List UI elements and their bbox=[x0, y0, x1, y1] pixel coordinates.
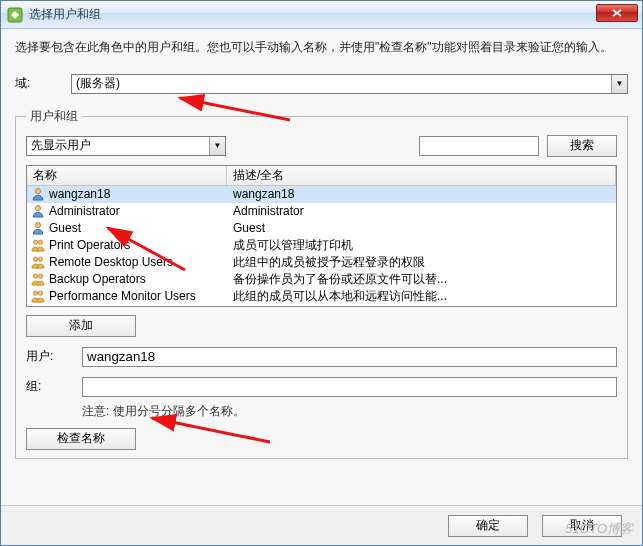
search-button[interactable]: 搜索 bbox=[547, 135, 617, 157]
svg-point-1 bbox=[35, 189, 40, 194]
chevron-down-icon: ▼ bbox=[611, 75, 627, 93]
instruction-text: 选择要包含在此角色中的用户和组。您也可以手动输入名称，并使用"检查名称"功能对照… bbox=[15, 39, 628, 56]
row-desc: Guest bbox=[227, 221, 616, 235]
filter-combo[interactable]: 先显示用户 ▼ bbox=[26, 136, 226, 156]
filter-row: 先显示用户 ▼ 搜索 bbox=[26, 135, 617, 157]
window-title: 选择用户和组 bbox=[29, 6, 101, 23]
row-desc: Administrator bbox=[227, 204, 616, 218]
group-icon bbox=[29, 289, 47, 303]
group-icon bbox=[29, 255, 47, 269]
search-input[interactable] bbox=[419, 136, 539, 156]
group-icon bbox=[29, 272, 47, 286]
svg-point-10 bbox=[33, 291, 37, 295]
users-label: 用户: bbox=[26, 348, 82, 365]
filter-value: 先显示用户 bbox=[31, 137, 91, 154]
row-desc: 此组中的成员被授予远程登录的权限 bbox=[227, 254, 616, 271]
svg-point-3 bbox=[35, 223, 40, 228]
row-name: Performance Monitor Users bbox=[47, 289, 227, 303]
row-name: Remote Desktop Users bbox=[47, 255, 227, 269]
titlebar: 选择用户和组 bbox=[1, 1, 642, 29]
user-icon bbox=[29, 221, 47, 235]
app-icon bbox=[7, 7, 23, 23]
svg-point-4 bbox=[33, 240, 37, 244]
check-row: 检查名称 bbox=[26, 428, 617, 450]
chevron-down-icon: ▼ bbox=[209, 137, 225, 155]
row-name: Administrator bbox=[47, 204, 227, 218]
svg-point-2 bbox=[35, 206, 40, 211]
add-button[interactable]: 添加 bbox=[26, 315, 136, 337]
users-groups-fieldset: 用户和组 先显示用户 ▼ 搜索 名称 描述/全名 wangzan18wangza… bbox=[15, 108, 628, 459]
table-row[interactable]: Performance Monitor Users此组的成员可以从本地和远程访问… bbox=[27, 288, 616, 305]
row-desc: 备份操作员为了备份或还原文件可以替... bbox=[227, 271, 616, 288]
svg-point-7 bbox=[38, 257, 42, 261]
users-selected-row: 用户: bbox=[26, 347, 617, 367]
row-desc: 成员可以管理域打印机 bbox=[227, 237, 616, 254]
table-row[interactable]: Remote Desktop Users此组中的成员被授予远程登录的权限 bbox=[27, 254, 616, 271]
domain-label: 域: bbox=[15, 75, 71, 92]
row-name: Print Operators bbox=[47, 238, 227, 252]
row-desc: wangzan18 bbox=[227, 187, 616, 201]
table-row[interactable]: Backup Operators备份操作员为了备份或还原文件可以替... bbox=[27, 271, 616, 288]
list-body[interactable]: wangzan18wangzan18AdministratorAdministr… bbox=[27, 186, 616, 307]
col-name[interactable]: 名称 bbox=[27, 166, 227, 185]
svg-point-9 bbox=[38, 274, 42, 278]
table-row[interactable]: GuestGuest bbox=[27, 220, 616, 237]
row-desc: 此组的成员可以从本地和远程访问性能... bbox=[227, 288, 616, 305]
dialog-window: 选择用户和组 选择要包含在此角色中的用户和组。您也可以手动输入名称，并使用"检查… bbox=[0, 0, 643, 546]
user-list[interactable]: 名称 描述/全名 wangzan18wangzan18Administrator… bbox=[26, 165, 617, 307]
users-input[interactable] bbox=[82, 347, 617, 367]
check-names-button[interactable]: 检查名称 bbox=[26, 428, 136, 450]
table-row[interactable]: wangzan18wangzan18 bbox=[27, 186, 616, 203]
fieldset-legend: 用户和组 bbox=[26, 108, 82, 125]
svg-point-8 bbox=[33, 274, 37, 278]
dialog-footer: 确定 取消 bbox=[1, 505, 642, 545]
domain-combo[interactable]: (服务器) ▼ bbox=[71, 74, 628, 94]
note-text: 注意: 使用分号分隔多个名称。 bbox=[82, 403, 617, 420]
row-name: Guest bbox=[47, 221, 227, 235]
svg-point-11 bbox=[38, 291, 42, 295]
table-row[interactable]: AdministratorAdministrator bbox=[27, 203, 616, 220]
svg-point-6 bbox=[33, 257, 37, 261]
group-icon bbox=[29, 238, 47, 252]
row-name: Backup Operators bbox=[47, 272, 227, 286]
groups-label: 组: bbox=[26, 378, 82, 395]
row-name: wangzan18 bbox=[47, 187, 227, 201]
ok-button[interactable]: 确定 bbox=[448, 515, 528, 537]
user-icon bbox=[29, 204, 47, 218]
dialog-body: 选择要包含在此角色中的用户和组。您也可以手动输入名称，并使用"检查名称"功能对照… bbox=[1, 29, 642, 505]
groups-selected-row: 组: bbox=[26, 377, 617, 397]
cancel-button[interactable]: 取消 bbox=[542, 515, 622, 537]
col-desc[interactable]: 描述/全名 bbox=[227, 166, 616, 185]
table-row[interactable]: Print Operators成员可以管理域打印机 bbox=[27, 237, 616, 254]
user-icon bbox=[29, 187, 47, 201]
close-button[interactable] bbox=[596, 4, 638, 22]
list-header: 名称 描述/全名 bbox=[27, 166, 616, 186]
add-row: 添加 bbox=[26, 315, 617, 337]
domain-row: 域: (服务器) ▼ bbox=[15, 74, 628, 94]
groups-input[interactable] bbox=[82, 377, 617, 397]
domain-value: (服务器) bbox=[76, 75, 120, 92]
svg-point-5 bbox=[38, 240, 42, 244]
